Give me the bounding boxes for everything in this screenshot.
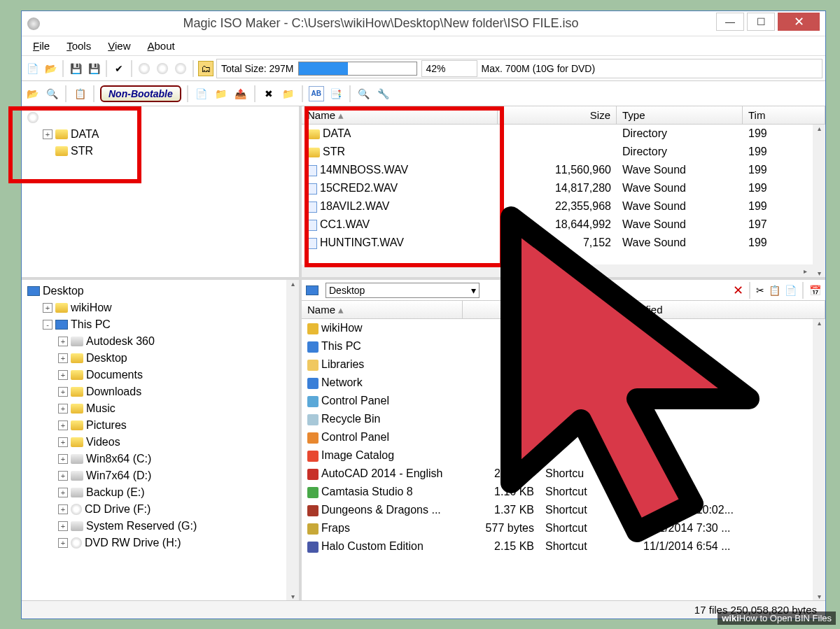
find-icon[interactable]: 🔍: [356, 86, 372, 101]
col-size[interactable]: ↖Size: [463, 301, 540, 318]
col-name[interactable]: Name ▴: [302, 106, 498, 124]
table-row[interactable]: Network: [302, 374, 825, 392]
fs-tree-item[interactable]: +wikiHow: [27, 299, 299, 316]
vscrollbar[interactable]: ▴▾: [286, 280, 299, 600]
expand-icon[interactable]: +: [58, 370, 68, 380]
expand-icon[interactable]: +: [43, 129, 52, 139]
table-row[interactable]: Camtasia Studio 81.16 KBShortcut11/1/2: [302, 483, 825, 501]
expand-icon[interactable]: -: [43, 320, 52, 330]
iso-tree-item[interactable]: STR: [27, 143, 299, 160]
saveas-icon[interactable]: 💾: [86, 61, 102, 76]
table-row[interactable]: 18AVIL2.WAV22,355,968Wave Sound199: [302, 197, 825, 215]
table-row[interactable]: Recycle Bin: [302, 410, 825, 428]
table-row[interactable]: HUNTINGT.WAV7,152Wave Sound199: [302, 234, 825, 252]
disc2-icon[interactable]: [155, 61, 170, 76]
prop-icon[interactable]: 📋: [72, 86, 88, 101]
expand-icon[interactable]: +: [58, 420, 68, 430]
add-file-icon[interactable]: 📄: [194, 86, 209, 101]
table-row[interactable]: 15CRED2.WAV14,817,280Wave Sound199: [302, 179, 825, 197]
fs-tree-item[interactable]: +Win8x64 (C:): [27, 451, 299, 467]
expand-icon[interactable]: +: [58, 437, 68, 447]
fs-tree-root[interactable]: Desktop: [27, 283, 299, 299]
rename-icon[interactable]: AB: [309, 86, 324, 101]
col-modified[interactable]: ified: [638, 301, 825, 318]
table-row[interactable]: Control Panel: [302, 428, 825, 446]
col-size[interactable]: Size: [498, 106, 617, 124]
fs-tree-item[interactable]: +Music: [27, 400, 299, 417]
table-row[interactable]: AutoCAD 2014 - English2.07 KBShortcu11/2: [302, 465, 825, 483]
expand-icon[interactable]: +: [58, 471, 68, 481]
iso-tree-item[interactable]: +DATA: [27, 126, 299, 143]
table-row[interactable]: Halo Custom Edition2.15 KBShortcut11/1/2…: [302, 537, 825, 556]
fs-tree-item[interactable]: +Backup (E:): [27, 484, 299, 501]
table-row[interactable]: Dungeons & Dragons ...1.37 KBShortcut12/…: [302, 501, 825, 519]
save-icon[interactable]: 💾: [68, 61, 83, 76]
table-row[interactable]: STRDirectory199: [302, 143, 825, 161]
newfolder-icon[interactable]: 📁: [281, 86, 296, 101]
menu-tools[interactable]: Tools: [59, 38, 98, 53]
expand-icon[interactable]: +: [43, 303, 52, 313]
fs-tree-item[interactable]: +System Reserved (G:): [27, 518, 299, 535]
disc3-icon[interactable]: [173, 61, 188, 76]
table-row[interactable]: Libraries: [302, 355, 825, 374]
fs-tree-item[interactable]: +Pictures: [27, 417, 299, 434]
close-button[interactable]: ✕: [778, 13, 820, 31]
table-row[interactable]: Image Catalog: [302, 446, 825, 465]
fs-tree-item[interactable]: +Win7x64 (D:): [27, 467, 299, 484]
maximize-button[interactable]: ☐: [747, 13, 775, 31]
bootable-badge[interactable]: Non-Bootable: [100, 85, 181, 102]
refresh-icon[interactable]: 📑: [328, 86, 344, 101]
expand-icon[interactable]: +: [58, 488, 68, 497]
table-row[interactable]: 14MNBOSS.WAV11,560,960Wave Sound199: [302, 161, 825, 179]
expand-icon[interactable]: +: [58, 504, 68, 514]
tool-icon[interactable]: 🔧: [376, 86, 391, 101]
search-icon[interactable]: 🔍: [44, 86, 59, 101]
fs-tree-item[interactable]: +DVD RW Drive (H:): [27, 535, 299, 551]
fs-tree-item[interactable]: +Autodesk 360: [27, 333, 299, 350]
fs-tree-item[interactable]: +CD Drive (F:): [27, 501, 299, 518]
vscrollbar[interactable]: ▴▾: [813, 125, 825, 277]
add-folder-icon[interactable]: 📁: [214, 86, 229, 101]
fs-tree-item[interactable]: +Videos: [27, 434, 299, 451]
table-row[interactable]: DATADirectory199: [302, 125, 825, 143]
minimize-button[interactable]: —: [716, 13, 744, 31]
view-icon[interactable]: 📅: [809, 285, 821, 296]
table-row[interactable]: CC1.WAV18,644,992Wave Sound197: [302, 215, 825, 234]
expand-icon[interactable]: +: [58, 538, 68, 548]
fs-tree-item[interactable]: +Documents: [27, 367, 299, 383]
fs-tree-item[interactable]: -This PC: [27, 316, 299, 333]
fs-tree-item[interactable]: +Desktop: [27, 350, 299, 367]
fs-tree-item[interactable]: +Downloads: [27, 383, 299, 400]
paste-icon[interactable]: 📄: [785, 285, 797, 296]
col-time[interactable]: Tim: [743, 106, 825, 124]
iso-tree-root[interactable]: [27, 109, 299, 126]
new-icon[interactable]: 📄: [24, 61, 40, 76]
table-row[interactable]: wikiHow: [302, 319, 825, 337]
menu-file[interactable]: File: [26, 38, 57, 53]
expand-icon[interactable]: +: [58, 337, 68, 346]
expand-icon[interactable]: +: [58, 454, 68, 464]
disc-icon[interactable]: [136, 61, 152, 76]
menu-view[interactable]: View: [101, 38, 137, 53]
check-icon[interactable]: ✔: [111, 61, 127, 76]
open-icon[interactable]: 📂: [43, 61, 58, 76]
extract-icon[interactable]: 📤: [233, 86, 248, 101]
delete-icon[interactable]: ✖: [261, 86, 276, 101]
hscrollbar[interactable]: ▸: [302, 264, 813, 277]
location-combo[interactable]: Desktop: [326, 283, 479, 298]
expand-icon[interactable]: +: [58, 404, 68, 414]
folders-icon[interactable]: 🗂: [198, 61, 214, 76]
expand-icon[interactable]: +: [58, 521, 68, 531]
expand-icon[interactable]: +: [58, 387, 68, 397]
col-type[interactable]: [540, 301, 638, 318]
expand-icon[interactable]: +: [58, 353, 68, 363]
copy-icon[interactable]: 📋: [769, 285, 780, 296]
col-type[interactable]: Type: [617, 106, 743, 124]
table-row[interactable]: Fraps577 bytesShortcut11/1/2014 7:30 ...: [302, 519, 825, 537]
table-row[interactable]: This PC: [302, 337, 825, 355]
vscrollbar[interactable]: ▴▾: [813, 319, 825, 600]
up-icon[interactable]: 📂: [24, 86, 40, 101]
delete-icon[interactable]: ✕: [733, 283, 743, 298]
table-row[interactable]: Control Panel: [302, 392, 825, 410]
menu-about[interactable]: About: [140, 38, 181, 53]
